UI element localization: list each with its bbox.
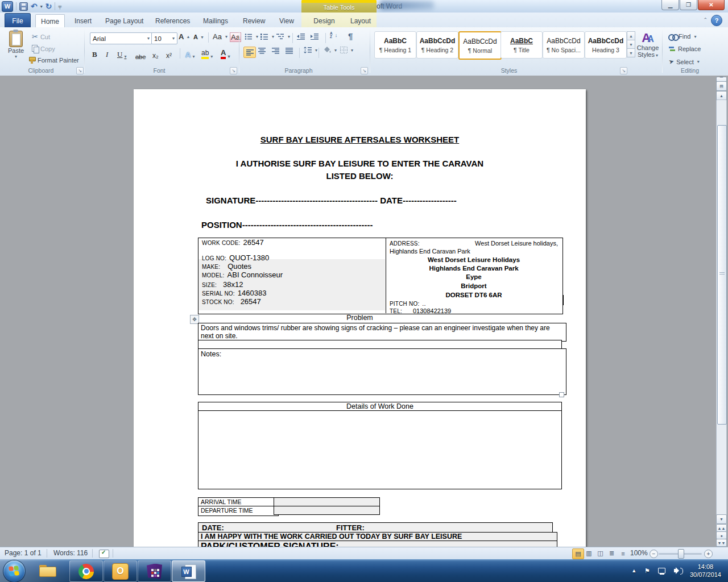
paragraph-dialog-launcher[interactable]: ↘ <box>361 67 368 74</box>
increase-indent-button[interactable] <box>311 33 319 40</box>
format-painter-button[interactable]: Format Painter <box>28 57 79 64</box>
underline-button[interactable]: U <box>117 48 126 59</box>
taskbar-explorer-button[interactable] <box>35 560 60 581</box>
align-left-button[interactable] <box>243 47 256 58</box>
problem-empty-cell[interactable] <box>198 340 562 349</box>
details-body-cell[interactable] <box>198 410 562 489</box>
change-case-button[interactable]: Aa <box>213 32 228 41</box>
tab-insert[interactable]: Insert <box>69 14 97 27</box>
zoom-level[interactable]: 100% <box>630 549 648 557</box>
tab-review[interactable]: Review <box>238 14 270 27</box>
tab-home[interactable]: Home <box>35 14 65 28</box>
select-button[interactable]: ➤ Select <box>669 58 700 65</box>
web-layout-view-button[interactable]: ◫ <box>595 548 606 558</box>
network-icon[interactable] <box>658 568 666 574</box>
tab-mailings[interactable]: Mailings <box>198 14 233 27</box>
grow-font-button[interactable]: A▲ <box>179 32 190 41</box>
font-color-button[interactable]: A <box>221 48 230 59</box>
zoom-slider-thumb[interactable] <box>678 549 684 559</box>
italic-button[interactable]: I <box>106 48 108 59</box>
tab-view[interactable]: View <box>274 14 299 27</box>
departure-value-cell[interactable] <box>274 506 380 515</box>
tab-design[interactable]: Design <box>308 14 340 27</box>
taskbar-word-button[interactable]: W <box>172 560 205 582</box>
previous-page-icon[interactable]: ▲▲ <box>716 524 727 532</box>
numbering-button[interactable] <box>260 33 274 40</box>
text-effects-button[interactable]: A <box>185 48 195 59</box>
bullets-button[interactable] <box>245 33 258 40</box>
action-center-flag-icon[interactable]: ⚑ <box>644 567 650 575</box>
subscript-button[interactable]: x₂ <box>152 48 159 60</box>
multilevel-list-button[interactable] <box>276 33 290 40</box>
page-count[interactable]: Page: 1 of 1 <box>5 549 42 557</box>
tab-page-layout[interactable]: Page Layout <box>100 14 148 27</box>
fullscreen-reading-view-button[interactable]: ▥ <box>584 548 594 558</box>
font-name-combo[interactable]: Arial▾ <box>90 32 152 44</box>
highlight-color-button[interactable]: ab <box>201 48 213 59</box>
document-page[interactable]: SURF BAY LEISURE AFTERSALES WORKSHEET I … <box>134 89 586 547</box>
styles-dialog-launcher[interactable]: ↘ <box>620 67 627 74</box>
shading-button[interactable] <box>323 47 337 53</box>
draft-view-button[interactable]: ≡ <box>618 548 628 558</box>
styles-scroll-down[interactable]: ▼ <box>627 40 635 49</box>
word-count[interactable]: Words: 116 <box>53 549 88 557</box>
volume-icon[interactable] <box>674 567 682 574</box>
bold-button[interactable]: B <box>92 48 97 59</box>
tab-file[interactable]: File <box>5 13 31 28</box>
change-styles-button[interactable]: AA Change Styles <box>636 32 660 58</box>
line-spacing-button[interactable] <box>304 47 317 53</box>
copy-button[interactable]: Copy <box>32 45 55 52</box>
paste-dropdown-arrow[interactable]: ▾ <box>15 54 17 59</box>
show-hidden-icons-arrow[interactable]: ▲ <box>631 568 636 573</box>
style-heading2[interactable]: AaBbCcDd ¶ Heading 2 <box>416 31 458 59</box>
problem-text-cell[interactable]: Doors and windows trims/ rubber are show… <box>198 323 566 342</box>
zoom-out-icon[interactable]: − <box>650 550 658 558</box>
ruler-toggle-icon[interactable]: ▤ <box>716 81 727 91</box>
browse-object-icon[interactable]: ● <box>716 531 727 539</box>
scrollbar-track[interactable] <box>716 99 727 533</box>
clipboard-dialog-launcher[interactable]: ↘ <box>76 67 84 74</box>
outline-view-button[interactable]: ≣ <box>606 548 617 558</box>
minimize-button[interactable]: ▁ <box>661 0 679 10</box>
style-heading3[interactable]: AaBbCcDd Heading 3 <box>585 31 627 59</box>
superscript-button[interactable]: x² <box>166 48 172 60</box>
replace-button[interactable]: Replace <box>669 45 701 52</box>
taskbar-clock[interactable]: 14:08 30/07/2014 <box>690 563 721 579</box>
close-button[interactable]: ✕ <box>698 0 725 10</box>
find-button[interactable]: Find <box>669 33 696 40</box>
scrollbar-thumb[interactable] <box>717 125 727 425</box>
arrival-value-cell[interactable] <box>274 497 380 506</box>
notes-cell[interactable]: Notes: <box>198 348 566 395</box>
borders-button[interactable] <box>340 47 353 53</box>
justify-button[interactable] <box>286 48 293 54</box>
shrink-font-button[interactable]: A▼ <box>193 34 204 40</box>
style-normal-selected[interactable]: AaBbCcDd ¶ Normal <box>458 31 502 60</box>
next-page-icon[interactable]: ▼▼ <box>716 539 727 547</box>
font-dialog-launcher[interactable]: ↘ <box>230 67 237 74</box>
taskbar-outlook-button[interactable]: O <box>104 560 137 582</box>
strikethrough-button[interactable]: abe <box>135 49 146 60</box>
tab-layout[interactable]: Layout <box>345 14 377 27</box>
start-button[interactable] <box>3 560 26 582</box>
paste-button[interactable]: Paste ▾ <box>5 31 27 59</box>
zoom-in-icon[interactable]: + <box>704 550 713 558</box>
cut-button[interactable]: ✂ Cut <box>32 33 50 40</box>
styles-more-button[interactable]: ▼ <box>627 48 635 57</box>
print-layout-view-button[interactable]: ▤ <box>572 548 584 559</box>
restore-button[interactable]: ❐ <box>680 0 697 10</box>
collapse-ribbon-icon[interactable]: ⌃ <box>703 17 708 23</box>
proofing-status-icon[interactable] <box>99 550 109 558</box>
styles-scroll-up[interactable]: ▲ <box>627 31 635 40</box>
font-size-combo[interactable]: 10▾ <box>151 32 177 44</box>
style-heading1[interactable]: AaBbC ¶ Heading 1 <box>374 31 416 59</box>
tab-references[interactable]: References <box>150 14 195 27</box>
sort-button[interactable]: A Z ↓ <box>330 32 337 39</box>
taskbar-chrome-button[interactable] <box>69 560 103 582</box>
table-resize-handle-icon[interactable] <box>559 392 564 397</box>
scroll-down-arrow[interactable]: ▼ <box>716 514 727 524</box>
show-hide-pilcrow-button[interactable]: ¶ <box>348 31 353 41</box>
decrease-indent-button[interactable] <box>297 33 305 40</box>
help-icon[interactable]: ? <box>711 15 722 26</box>
align-right-button[interactable] <box>272 48 279 54</box>
align-center-button[interactable] <box>258 48 266 54</box>
